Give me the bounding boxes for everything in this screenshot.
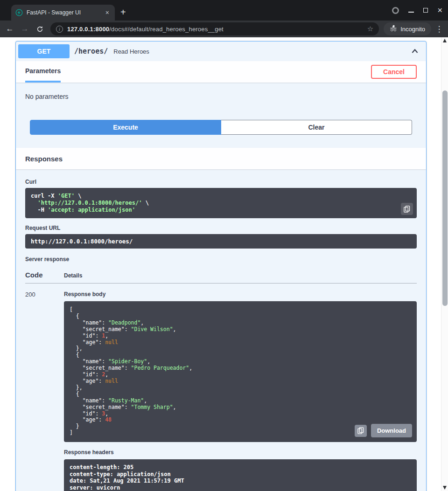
- responses-header: Responses: [16, 148, 426, 169]
- swagger-page: GET /heroes/ Read Heroes Parameters Canc…: [0, 37, 441, 491]
- reload-button[interactable]: [34, 23, 46, 35]
- response-headers-label: Response headers: [64, 449, 417, 456]
- download-button[interactable]: Download: [371, 424, 412, 437]
- minimize-button[interactable]: [408, 12, 414, 13]
- operation-description: Read Heroes: [113, 48, 406, 55]
- copy-curl-icon[interactable]: [401, 203, 413, 215]
- response-table-header: Code Details: [25, 265, 417, 284]
- operation-block-get-heroes: GET /heroes/ Read Heroes Parameters Canc…: [15, 41, 427, 491]
- cancel-button[interactable]: Cancel: [371, 65, 417, 79]
- response-headers-text: content-length: 205content-type: applica…: [64, 459, 417, 491]
- chevron-up-icon[interactable]: [410, 47, 420, 56]
- incognito-spy-icon: [390, 25, 397, 34]
- scrollbar-thumb[interactable]: [442, 90, 448, 306]
- bookmark-star-icon[interactable]: ☆: [367, 25, 373, 33]
- scrollbar-down-arrow-icon[interactable]: [443, 486, 447, 490]
- tab-search-icon[interactable]: [392, 7, 399, 14]
- browser-toolbar: ← → i 127.0.0.1:8000/docs#/default/read_…: [0, 21, 448, 37]
- response-body-block: [ { "name": "Deadpond", "secret_name": "…: [64, 301, 417, 442]
- page-info-icon[interactable]: i: [56, 26, 63, 33]
- browser-tab[interactable]: FastAPI - Swagger UI ×: [11, 5, 115, 21]
- request-url-block: http://127.0.0.1:8000/heroes/: [25, 234, 417, 249]
- parameters-title: Parameters: [25, 61, 61, 83]
- request-url-value: http://127.0.0.1:8000/heroes/: [25, 234, 417, 249]
- browser-window: FastAPI - Swagger UI × + × ← → i 127.0.0…: [0, 0, 448, 491]
- clear-button[interactable]: Clear: [221, 120, 412, 135]
- response-body-json: [ { "name": "Deadpond", "secret_name": "…: [64, 301, 417, 442]
- close-button[interactable]: ×: [437, 7, 442, 14]
- parameters-header: Parameters Cancel: [16, 61, 426, 83]
- url-text: 127.0.0.1:8000/docs#/default/read_heroes…: [67, 26, 363, 33]
- status-code: 200: [25, 291, 64, 491]
- tab-close-icon[interactable]: ×: [104, 9, 111, 16]
- parameters-body: No parameters Execute Clear: [16, 83, 426, 148]
- forward-button[interactable]: →: [19, 23, 31, 35]
- page-viewport: GET /heroes/ Read Heroes Parameters Canc…: [0, 37, 448, 491]
- page-scrollbar[interactable]: [441, 37, 448, 491]
- scrollbar-up-arrow-icon[interactable]: [443, 39, 447, 42]
- details-column-header: Details: [64, 272, 82, 279]
- operation-path: /heroes/: [74, 47, 108, 55]
- url-bar[interactable]: i 127.0.0.1:8000/docs#/default/read_hero…: [50, 22, 379, 35]
- response-details: Response body [ { "name": "Deadpond", "s…: [64, 291, 417, 491]
- back-button[interactable]: ←: [4, 23, 16, 35]
- execute-button-group: Execute Clear: [25, 120, 417, 135]
- no-parameters-text: No parameters: [25, 92, 417, 100]
- response-row: 200 Response body [ { "name": "Deadpond"…: [25, 284, 417, 491]
- tab-title: FastAPI - Swagger UI: [27, 9, 100, 16]
- responses-body: Curl curl -X 'GET' \ 'http://127.0.0.1:8…: [16, 169, 426, 491]
- request-url-label: Request URL: [25, 225, 417, 231]
- response-headers-block: content-length: 205content-type: applica…: [64, 459, 417, 491]
- copy-response-icon[interactable]: [355, 425, 367, 437]
- fastapi-favicon-icon: [15, 9, 23, 16]
- browser-titlebar: FastAPI - Swagger UI × + ×: [0, 0, 448, 21]
- maximize-button[interactable]: [423, 8, 428, 13]
- window-controls: ×: [392, 0, 442, 21]
- curl-label: Curl: [25, 179, 417, 185]
- responses-title: Responses: [25, 155, 63, 163]
- server-response-label: Server response: [25, 256, 417, 263]
- code-column-header: Code: [25, 271, 64, 279]
- execute-button[interactable]: Execute: [30, 120, 221, 135]
- new-tab-button[interactable]: +: [120, 7, 126, 18]
- browser-menu-icon[interactable]: ⋮: [434, 24, 444, 34]
- curl-code-block: curl -X 'GET' \ 'http://127.0.0.1:8000/h…: [25, 188, 417, 218]
- curl-command: curl -X 'GET' \ 'http://127.0.0.1:8000/h…: [25, 188, 417, 218]
- operation-summary[interactable]: GET /heroes/ Read Heroes: [16, 41, 426, 61]
- response-body-actions: Download: [355, 424, 412, 437]
- incognito-badge: Incognito: [384, 22, 431, 35]
- method-badge: GET: [18, 44, 70, 58]
- response-body-label: Response body: [64, 291, 417, 297]
- incognito-label: Incognito: [400, 26, 425, 33]
